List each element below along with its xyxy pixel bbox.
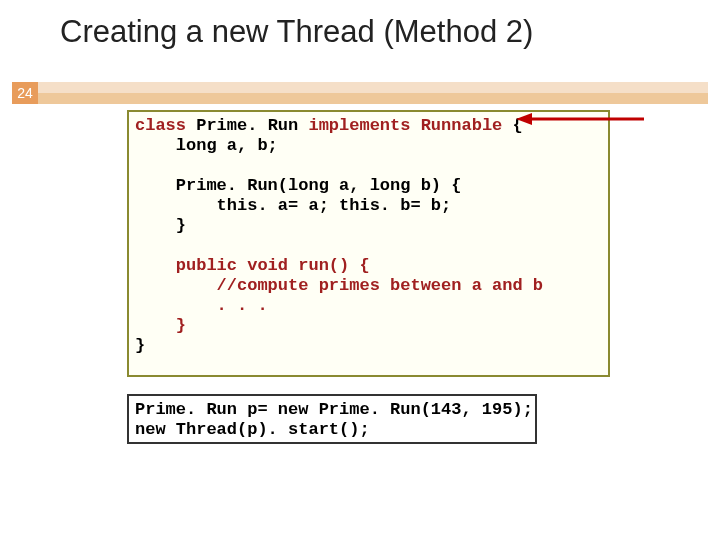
code-text: Prime. Run [186,116,308,135]
code-line: new Thread(p). start(); [135,420,370,439]
code-line: Prime. Run(long a, long b) { [135,176,461,195]
code-text: { [502,116,522,135]
slide-title: Creating a new Thread (Method 2) [60,14,533,50]
slide-number-box: 24 [12,82,38,104]
code-line: } [135,336,145,355]
code-line: this. a= a; this. b= b; [135,196,451,215]
code-line: long a, b; [135,136,278,155]
code-line: } [135,216,186,235]
kw-runnable: Runnable [421,116,503,135]
code-line-brace: } [135,316,186,335]
code-line-dots: . . . [135,296,268,315]
code-box-usage: Prime. Run p= new Prime. Run(143, 195); … [127,394,537,444]
code-line-comment: //compute primes between a and b [135,276,543,295]
slide: Creating a new Thread (Method 2) 24 clas… [0,0,720,540]
kw-implements: implements [308,116,410,135]
kw-class: class [135,116,186,135]
code-line: Prime. Run p= new Prime. Run(143, 195); [135,400,533,419]
code-line-run: public void run() { [135,256,370,275]
code-box-class: class Prime. Run implements Runnable { l… [127,110,610,377]
code-text [410,116,420,135]
slide-number-bar-bottom [38,93,708,104]
slide-number-bar-top [38,82,708,93]
